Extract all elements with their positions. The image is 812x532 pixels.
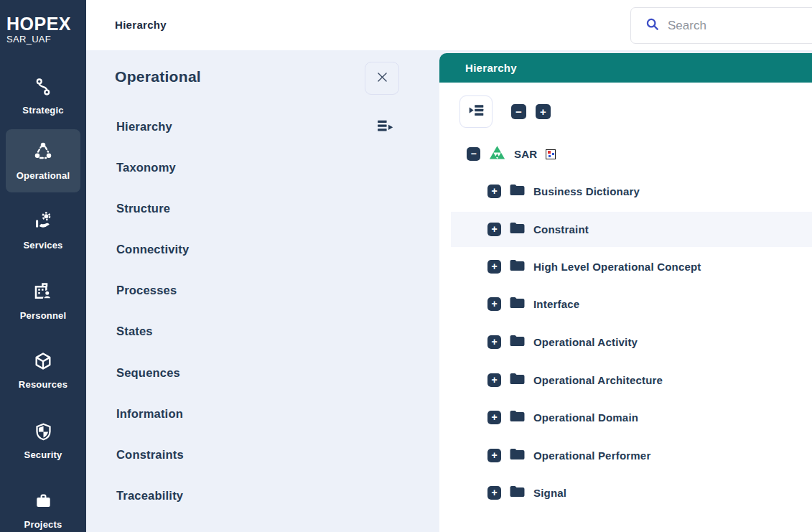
sidebar-item-services[interactable]: Services (6, 199, 80, 262)
menu-item-label: Traceability (116, 489, 183, 503)
search-icon (645, 17, 660, 34)
tree-node-label: Signal (533, 487, 566, 499)
expand-node-button[interactable]: + (487, 449, 501, 462)
expand-node-button[interactable]: + (487, 223, 501, 236)
expand-node-button[interactable]: + (487, 486, 501, 500)
sidebar-item-resources[interactable]: Resources (6, 339, 80, 402)
tree-node-label: Operational Activity (533, 336, 638, 348)
folder-icon (509, 447, 526, 464)
menu-item-sequences[interactable]: Sequences (116, 363, 407, 383)
sidebar-item-label: Services (23, 240, 62, 251)
top-bar: Hierarchy (86, 0, 812, 50)
tree-row-constraint[interactable]: + Constraint (451, 212, 812, 247)
tree-row-operational-domain[interactable]: + Operational Domain (451, 400, 812, 435)
expand-all-button[interactable]: + (536, 104, 551, 119)
menu-item-states[interactable]: States (116, 321, 407, 341)
folder-icon (509, 221, 526, 238)
menu-item-label: States (116, 325, 153, 338)
menu-item-traceability[interactable]: Traceability (116, 485, 407, 505)
brand-name: HOPEX (6, 14, 71, 33)
sidebar-item-security[interactable]: Security (6, 409, 80, 472)
expand-node-button[interactable]: + (487, 335, 501, 349)
expand-node-button[interactable]: + (487, 260, 501, 274)
tree-row-high-level-operational-concept[interactable]: + High Level Operational Concept (451, 249, 812, 284)
hopex-app-window: HOPEX SAR_UAF Strategic Operational Serv… (0, 0, 812, 532)
hand-gear-icon (32, 210, 54, 235)
sidebar-item-projects[interactable]: Projects (6, 479, 80, 532)
modified-status-badge (546, 149, 556, 159)
cube-icon (33, 351, 53, 374)
search-input[interactable] (668, 19, 797, 33)
cycle-icon (32, 141, 54, 165)
menu-item-label: Constraints (116, 448, 184, 462)
menu-item-processes[interactable]: Processes (116, 280, 407, 300)
open-list-icon[interactable] (376, 117, 394, 138)
tree-row-operational-performer[interactable]: + Operational Performer (451, 438, 812, 473)
architecture-model-icon (488, 144, 506, 164)
menu-item-label: Connectivity (116, 243, 189, 256)
shield-icon (34, 422, 53, 444)
menu-item-label: Sequences (116, 366, 180, 380)
menu-item-label: Processes (116, 284, 177, 297)
route-icon (33, 77, 53, 100)
folder-icon (509, 485, 526, 501)
folder-icon (509, 258, 526, 275)
sidebar-item-label: Operational (17, 170, 70, 181)
sidebar-item-operational[interactable]: Operational (6, 129, 80, 192)
menu-item-constraints[interactable]: Constraints (116, 444, 407, 465)
expand-node-button[interactable]: + (487, 411, 501, 424)
tree-row-interface[interactable]: + Interface (451, 286, 812, 322)
sidebar-item-label: Resources (19, 379, 67, 390)
tree-node-label: Operational Performer (533, 449, 650, 462)
menu-item-structure[interactable]: Structure (116, 198, 407, 218)
tree-panel-header: Hierarchy (439, 53, 812, 83)
tree-node-label: High Level Operational Concept (533, 261, 701, 273)
building-person-icon (32, 281, 54, 305)
sidebar-item-label: Strategic (22, 105, 63, 116)
expand-node-button[interactable]: + (487, 373, 501, 387)
tree-panel-title: Hierarchy (465, 62, 517, 74)
menu-item-label: Hierarchy (116, 120, 172, 134)
folder-icon (509, 409, 526, 426)
tree-panel-body: − + − SAR + Business Dictionary + Constr… (439, 83, 812, 532)
tree-row-business-dictionary[interactable]: + Business Dictionary (451, 174, 812, 209)
search-box[interactable] (630, 7, 812, 44)
tree-node-label: Business Dictionary (533, 185, 640, 197)
sidebar-item-personnel[interactable]: Personnel (6, 269, 80, 332)
sidebar-item-label: Personnel (20, 310, 67, 321)
panel-title: Operational (115, 68, 201, 85)
expand-node-button[interactable]: + (487, 185, 501, 198)
collapse-tree-icon (467, 101, 485, 122)
expand-node-button[interactable]: + (487, 297, 501, 311)
menu-item-label: Information (116, 407, 183, 421)
folder-icon (509, 183, 526, 200)
breadcrumb: Hierarchy (115, 19, 167, 31)
folder-icon (509, 334, 526, 350)
sidebar-item-strategic[interactable]: Strategic (6, 65, 80, 128)
app-sidebar: HOPEX SAR_UAF Strategic Operational Serv… (0, 0, 86, 532)
tree-node-label: SAR (514, 148, 537, 160)
folder-icon (509, 296, 526, 312)
tree-row-root-sar[interactable]: − SAR (451, 136, 812, 172)
workspace-name: SAR_UAF (6, 34, 71, 45)
menu-item-information[interactable]: Information (116, 403, 407, 424)
collapse-node-button[interactable]: − (467, 147, 480, 161)
menu-item-hierarchy[interactable]: Hierarchy (116, 116, 407, 136)
sidebar-item-label: Security (24, 449, 62, 460)
tree-node-label: Constraint (533, 223, 589, 235)
briefcase-icon (34, 492, 53, 514)
menu-item-connectivity[interactable]: Connectivity (116, 239, 407, 259)
tree-row-signal[interactable]: + Signal (451, 475, 812, 510)
collapse-tree-button[interactable] (459, 95, 493, 128)
tree-node-label: Operational Architecture (533, 374, 663, 386)
tree-node-label: Operational Domain (533, 411, 638, 424)
folder-icon (509, 372, 526, 388)
tree-node-label: Interface (533, 298, 579, 310)
tree-row-operational-architecture[interactable]: + Operational Architecture (451, 363, 812, 398)
menu-item-label: Structure (116, 202, 170, 215)
menu-item-taxonomy[interactable]: Taxonomy (116, 157, 407, 177)
collapse-all-button[interactable]: − (511, 104, 526, 119)
tree-row-operational-activity[interactable]: + Operational Activity (451, 325, 812, 360)
close-panel-button[interactable] (365, 62, 399, 95)
app-logo: HOPEX SAR_UAF (6, 14, 71, 45)
